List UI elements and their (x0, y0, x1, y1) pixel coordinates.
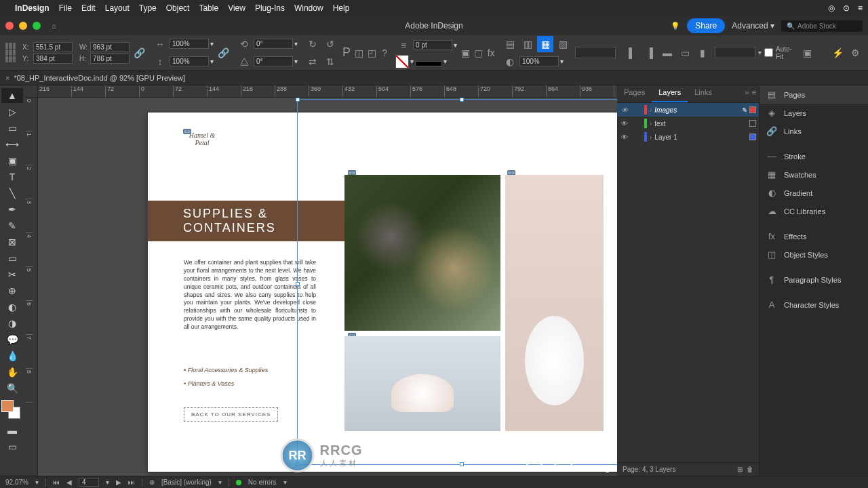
selection-tool[interactable]: ▲ (1, 88, 23, 103)
menu-help[interactable]: Help (333, 3, 350, 13)
y-input[interactable] (33, 54, 73, 64)
content-select-icon[interactable]: ◰ (368, 45, 376, 61)
align-icon[interactable]: ▐ (642, 45, 658, 61)
fx-icon[interactable]: fx (487, 45, 495, 61)
preset-dropdown-icon[interactable]: ▾ (218, 479, 222, 486)
cc-icon[interactable]: ◎ (828, 3, 835, 13)
h-input[interactable] (90, 54, 130, 64)
zoom-dropdown-icon[interactable]: ▾ (35, 479, 39, 486)
layer-row-images[interactable]: 👁 › Images ✎ (617, 103, 759, 117)
panel-menu-icon[interactable]: ⚙ (848, 45, 863, 61)
rec-icon[interactable]: ⊙ (843, 3, 850, 13)
wrap-sel-icon[interactable]: ▦ (537, 36, 553, 52)
rectangle-frame-tool[interactable]: ⊠ (1, 235, 23, 249)
notif-icon[interactable]: ≡ (858, 3, 863, 13)
style-selector[interactable] (575, 47, 616, 58)
scale-x-input[interactable] (170, 39, 209, 49)
rail-gradient[interactable]: ◐Gradient (760, 184, 868, 202)
expand-icon[interactable]: › (650, 134, 652, 141)
app-name[interactable]: InDesign (15, 3, 50, 13)
menu-object[interactable]: Object (166, 3, 190, 13)
p-icon[interactable]: P (342, 45, 351, 61)
scale-y-input[interactable] (170, 56, 209, 66)
menu-edit[interactable]: Edit (81, 3, 96, 13)
scissors-tool[interactable]: ✂ (1, 267, 23, 282)
dropdown-icon[interactable]: ▾ (294, 58, 298, 65)
rail-swatches[interactable]: ▦Swatches (760, 165, 868, 184)
rectangle-tool[interactable]: ▭ (1, 251, 23, 266)
reference-point-grid[interactable] (5, 43, 16, 63)
layer-row-text[interactable]: 👁 › text (617, 117, 759, 130)
close-window-button[interactable] (5, 22, 14, 30)
rail-layers[interactable]: ◈Layers (760, 104, 868, 122)
rail-effects[interactable]: fxEffects (760, 227, 868, 245)
rotate-cw-icon[interactable]: ↻ (304, 36, 321, 52)
visibility-icon[interactable]: 👁 (620, 134, 629, 141)
back-button[interactable]: BACK TO OUR SERVICES (184, 407, 278, 422)
vertical-ruler[interactable]: 012345678 (26, 98, 38, 476)
dropdown-icon[interactable]: ▾ (294, 40, 298, 47)
fit-selector[interactable] (715, 47, 755, 58)
document-tab[interactable]: *08_HP_InteractiveDoc.indd @ 92% [GPU Pr… (14, 74, 185, 82)
shear-input[interactable] (254, 56, 293, 66)
menu-view[interactable]: View (228, 3, 245, 13)
last-page-icon[interactable]: ⏭ (128, 479, 135, 486)
x-input[interactable] (33, 42, 73, 52)
collapse-icon[interactable]: » (745, 88, 749, 100)
eyedropper-tool[interactable]: 💧 (1, 348, 23, 363)
hand-tool[interactable]: ✋ (1, 365, 23, 380)
align-icon[interactable]: ▬ (659, 45, 675, 61)
maximize-window-button[interactable] (33, 22, 41, 30)
ruler-origin[interactable] (26, 85, 38, 98)
type-tool[interactable]: T (1, 169, 23, 184)
gap-tool[interactable]: ⟷ (1, 137, 23, 152)
preflight-profile[interactable]: [Basic] (working) (161, 479, 212, 486)
hint-icon[interactable]: 💡 (671, 22, 680, 30)
frame-options-icon[interactable]: ▣ (800, 45, 814, 61)
tab-links[interactable]: Links (688, 85, 719, 102)
rail-stroke[interactable]: —Stroke (760, 147, 868, 165)
dropdown-icon[interactable]: ▾ (410, 58, 414, 65)
fill-none-swatch[interactable] (395, 55, 409, 68)
expand-icon[interactable]: › (650, 120, 652, 127)
align-icon[interactable]: ▌ (624, 45, 640, 61)
open-icon[interactable]: ⊕ (149, 479, 155, 486)
pencil-tool[interactable]: ✎ (1, 218, 23, 233)
dropdown-icon[interactable]: ▾ (758, 49, 762, 56)
adobe-stock-search[interactable]: 🔍 Adobe Stock (781, 20, 863, 32)
tab-layers[interactable]: Layers (652, 85, 688, 102)
panel-menu-icon[interactable]: ≡ (752, 88, 756, 100)
page-tool[interactable]: ▭ (1, 121, 23, 136)
note-tool[interactable]: 💬 (1, 332, 23, 347)
menu-file[interactable]: File (59, 3, 72, 13)
align-icon[interactable]: ▭ (677, 45, 693, 61)
rotate-input[interactable] (254, 39, 293, 49)
new-layer-icon[interactable]: ⊞ (737, 466, 743, 473)
menu-window[interactable]: Window (294, 3, 323, 13)
frame-fit-icon[interactable]: ▣ (461, 45, 470, 61)
wrap-icon[interactable]: ▤ (502, 36, 518, 52)
wrap-icon[interactable]: ▧ (555, 36, 571, 52)
direct-selection-tool[interactable]: ▷ (1, 104, 23, 119)
content-collector-tool[interactable]: ▣ (1, 153, 23, 168)
fill-stroke-swatches[interactable] (1, 400, 23, 422)
dropdown-icon[interactable]: ▾ (210, 40, 214, 47)
line-tool[interactable]: ╲ (1, 186, 23, 201)
layer-target-icon[interactable] (749, 134, 756, 140)
flip-v-icon[interactable]: ⇅ (322, 54, 338, 70)
document-page[interactable]: Hansel & Petal ⊂⊃ SUPPLIES & CONTAINERS … (148, 113, 617, 472)
errors-dropdown-icon[interactable]: ▾ (283, 479, 287, 486)
container-select-icon[interactable]: ◫ (355, 45, 363, 61)
tab-pages[interactable]: Pages (617, 85, 652, 102)
visibility-icon[interactable]: 👁 (620, 106, 629, 114)
menu-type[interactable]: Type (139, 3, 157, 13)
autofit-checkbox[interactable] (764, 48, 773, 57)
gradient-feather-tool[interactable]: ◑ (1, 316, 23, 331)
dropdown-icon[interactable]: ▾ (443, 58, 447, 65)
gradient-tool[interactable]: ◐ (1, 300, 23, 314)
zoom-value[interactable]: 92.07% (5, 479, 28, 486)
wrap-icon[interactable]: ▥ (519, 36, 536, 52)
stroke-style-swatch[interactable] (415, 61, 442, 66)
horizontal-ruler[interactable]: 2161447207214421628836043250457664872079… (38, 85, 617, 98)
link-scale-icon[interactable]: 🔗 (218, 45, 229, 61)
